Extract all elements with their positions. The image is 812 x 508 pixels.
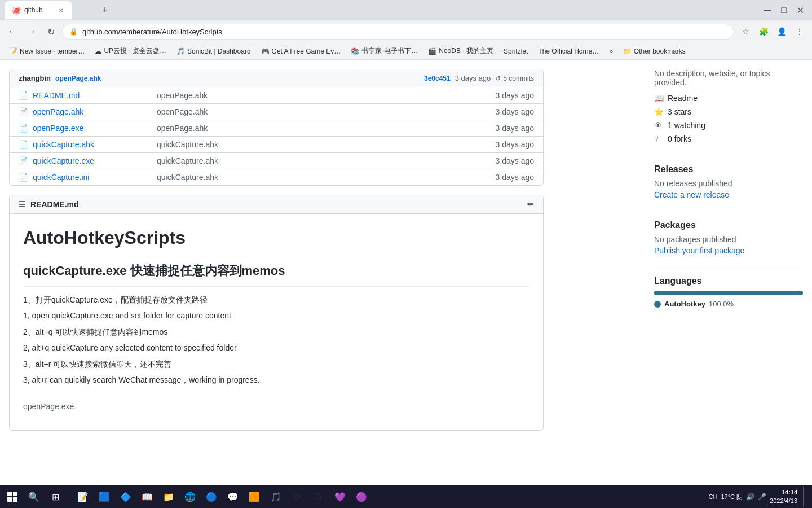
- sidebar-watching-link[interactable]: 👁 1 watching: [654, 121, 803, 130]
- bookmark-neodb[interactable]: 🎬 NeoDB · 我的主页: [423, 45, 498, 57]
- svg-rect-1: [13, 492, 17, 496]
- bookmark-other[interactable]: 📁 Other bookmarks: [619, 46, 690, 56]
- taskbar-clock: 14:14 2022/4/13: [770, 488, 797, 506]
- taskbar-system-tray: CH 17°C 阴 🔊 🎤 14:14 2022/4/13: [709, 487, 810, 507]
- show-desktop-button[interactable]: [803, 487, 805, 507]
- active-tab[interactable]: 🐙 github ✕: [5, 1, 72, 19]
- publish-package-link[interactable]: Publish your first package: [654, 246, 744, 255]
- divider: [654, 213, 803, 213]
- readme-item-5: 3, alt+r can quickily search WeChat mess…: [23, 374, 529, 386]
- table-row: 📄 quickCapture.exe quickCapture.ahk 3 da…: [10, 153, 543, 169]
- minimize-button[interactable]: ─: [761, 5, 775, 16]
- bookmark-official[interactable]: The Official Home…: [533, 46, 603, 56]
- bookmark-icon: 📝: [9, 47, 17, 55]
- bookmark-star-button[interactable]: ☆: [738, 24, 753, 40]
- taskbar-terminal[interactable]: 🖥: [308, 487, 329, 507]
- bookmark-new-issue[interactable]: 📝 New Issue · tember…: [5, 46, 89, 56]
- fork-icon: ⑂: [654, 134, 663, 143]
- bookmark-up[interactable]: ☁ UP云投 · 桌全云盘…: [90, 45, 171, 57]
- tab-close-button[interactable]: ✕: [56, 6, 65, 15]
- file-name-link[interactable]: quickCapture.exe: [33, 156, 157, 165]
- bookmark-game[interactable]: 🎮 Get A Free Game Ev…: [257, 46, 346, 56]
- commit-hash[interactable]: 3e0c451: [424, 75, 451, 82]
- bookmark-icon: 🎬: [428, 47, 436, 55]
- create-release-link[interactable]: Create a new release: [654, 190, 729, 199]
- readme-section1: quickCapture.exe 快速捕捉任意内容到memos: [23, 262, 529, 279]
- bookmark-sonicbit[interactable]: 🎵 SonicBit | Dashboard: [172, 46, 255, 56]
- sidebar-readme-link[interactable]: 📖 Readme: [654, 94, 803, 103]
- taskbar-edge[interactable]: 🌐: [180, 487, 200, 507]
- file-name-link[interactable]: openPage.ahk: [33, 107, 157, 116]
- tab-title: github: [24, 6, 43, 14]
- file-time: 3 days ago: [478, 124, 534, 133]
- file-commit-msg[interactable]: openPage.ahk: [157, 107, 478, 116]
- taskbar-task-view[interactable]: ⊞: [45, 487, 65, 507]
- file-icon: 📄: [19, 107, 28, 116]
- settings-button[interactable]: ⋮: [792, 24, 807, 40]
- table-row: 📄 openPage.ahk openPage.ahk 3 days ago: [10, 104, 543, 120]
- file-name-link[interactable]: quickCapture.ini: [33, 173, 157, 182]
- new-tab-button[interactable]: +: [97, 2, 113, 18]
- start-button[interactable]: [2, 487, 23, 507]
- readme-item-0: 1、打开quickCapture.exe，配置捕捉存放文件夹路径: [23, 294, 529, 306]
- releases-title: Releases: [654, 164, 803, 174]
- bookmark-spritzlet[interactable]: Spritzlet: [499, 46, 532, 56]
- divider: [654, 269, 803, 269]
- taskbar-book[interactable]: 📖: [137, 487, 157, 507]
- packages-title: Packages: [654, 220, 803, 230]
- close-window-button[interactable]: ✕: [793, 5, 807, 16]
- file-commit-msg[interactable]: openPage.ahk: [157, 124, 478, 133]
- sidebar-forks-link[interactable]: ⑂ 0 forks: [654, 134, 803, 143]
- bookmark-label: Other bookmarks: [634, 47, 686, 55]
- taskbar-chrome[interactable]: 🔵: [201, 487, 222, 507]
- no-releases-text: No releases published: [654, 179, 803, 188]
- taskbar-app6[interactable]: 💜: [330, 487, 350, 507]
- commit-history-link[interactable]: ↺ 5 commits: [495, 75, 534, 82]
- file-name-link[interactable]: README.md: [33, 91, 157, 100]
- taskbar-files[interactable]: 📁: [158, 487, 179, 507]
- file-commit-msg[interactable]: quickCapture.ahk: [157, 140, 478, 149]
- taskbar-app4[interactable]: 🎵: [266, 487, 286, 507]
- sidebar-stars-link[interactable]: ⭐ 3 stars: [654, 107, 803, 116]
- no-packages-text: No packages published: [654, 235, 803, 244]
- main-content: zhangbin openPage.ahk 3e0c451 3 days ago…: [0, 60, 645, 508]
- file-commit-msg[interactable]: openPage.ahk: [157, 91, 478, 100]
- packages-section: Packages No packages published Publish y…: [654, 220, 803, 255]
- file-icon: 📄: [19, 140, 28, 149]
- bookmark-more[interactable]: »: [604, 46, 617, 56]
- table-row: 📄 openPage.exe openPage.ahk 3 days ago: [10, 120, 543, 137]
- file-name-link[interactable]: quickCapture.ahk: [33, 140, 157, 149]
- lock-icon: 🔒: [69, 28, 78, 36]
- file-name-link[interactable]: openPage.exe: [33, 124, 157, 133]
- commit-row: zhangbin openPage.ahk 3e0c451 3 days ago…: [10, 69, 543, 87]
- taskbar-word[interactable]: 📝: [73, 487, 93, 507]
- taskbar-sound-icon: 🔊: [746, 493, 754, 501]
- taskbar-vscode[interactable]: 🔷: [116, 487, 136, 507]
- taskbar-weather: 17°C 阴: [721, 493, 743, 501]
- forward-button[interactable]: →: [24, 24, 39, 40]
- bookmark-label: UP云投 · 桌全云盘…: [104, 46, 166, 56]
- bookmark-label: Get A Free Game Ev…: [272, 47, 341, 55]
- back-button[interactable]: ←: [5, 24, 20, 40]
- commit-file[interactable]: openPage.ahk: [55, 75, 101, 82]
- taskbar-search[interactable]: 🔍: [24, 487, 44, 507]
- profile-button[interactable]: 👤: [774, 24, 789, 40]
- file-commit-msg[interactable]: quickCapture.ahk: [157, 173, 478, 182]
- file-commit-msg[interactable]: quickCapture.ahk: [157, 156, 478, 165]
- readme-edit-button[interactable]: ✏: [527, 200, 534, 209]
- taskbar-wechat[interactable]: 💬: [223, 487, 243, 507]
- tab-favicon: 🐙: [11, 6, 21, 15]
- maximize-button[interactable]: □: [778, 5, 790, 15]
- extension-button[interactable]: 🧩: [756, 24, 771, 40]
- taskbar-app7[interactable]: 🟣: [351, 487, 372, 507]
- taskbar-app5[interactable]: ⚙: [287, 487, 307, 507]
- taskbar-app2[interactable]: 🟦: [94, 487, 114, 507]
- address-bar[interactable]: 🔒 github.com/temberature/AutoHotkeyScrip…: [62, 24, 734, 40]
- table-row: 📄 quickCapture.ini quickCapture.ahk 3 da…: [10, 169, 543, 185]
- bookmark-shuxiang[interactable]: 📚 书享家-电子书下…: [346, 45, 422, 57]
- refresh-button[interactable]: ↻: [43, 24, 59, 40]
- taskbar-app3[interactable]: 🟧: [244, 487, 264, 507]
- readme-item-3: 2, alt+q quickCapture any selected conte…: [23, 341, 529, 354]
- inactive-tab[interactable]: [73, 1, 96, 19]
- bookmarks-bar: 📝 New Issue · tember… ☁ UP云投 · 桌全云盘… 🎵 S…: [0, 43, 812, 60]
